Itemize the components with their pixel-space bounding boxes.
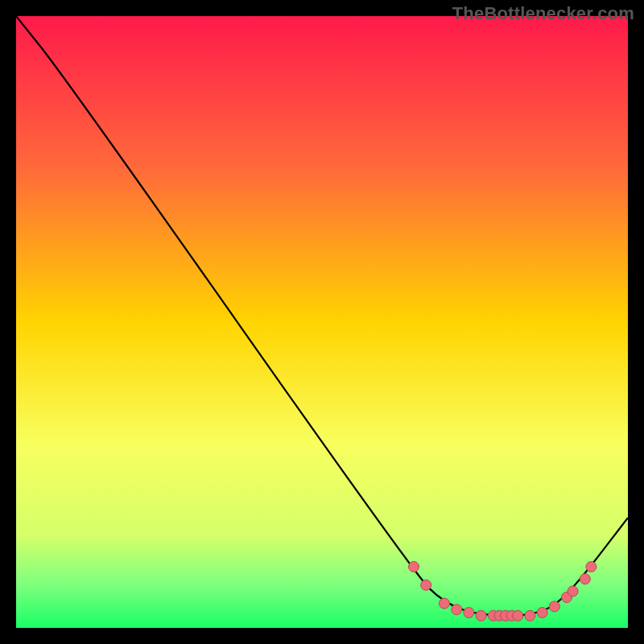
curve-marker <box>409 562 419 572</box>
curve-marker <box>586 562 597 572</box>
curve-marker <box>421 580 431 590</box>
gradient-background <box>16 16 628 628</box>
chart-frame <box>16 16 628 628</box>
curve-marker <box>568 586 578 597</box>
bottleneck-chart <box>16 16 628 628</box>
curve-marker <box>440 598 450 609</box>
curve-marker <box>537 608 547 618</box>
curve-marker <box>476 610 486 621</box>
curve-marker <box>464 608 474 618</box>
attribution-label: TheBottlenecker.com <box>452 3 634 24</box>
curve-marker <box>525 610 535 621</box>
curve-marker <box>513 610 523 621</box>
curve-marker <box>452 605 462 615</box>
curve-marker <box>580 574 590 584</box>
curve-marker <box>549 601 559 612</box>
